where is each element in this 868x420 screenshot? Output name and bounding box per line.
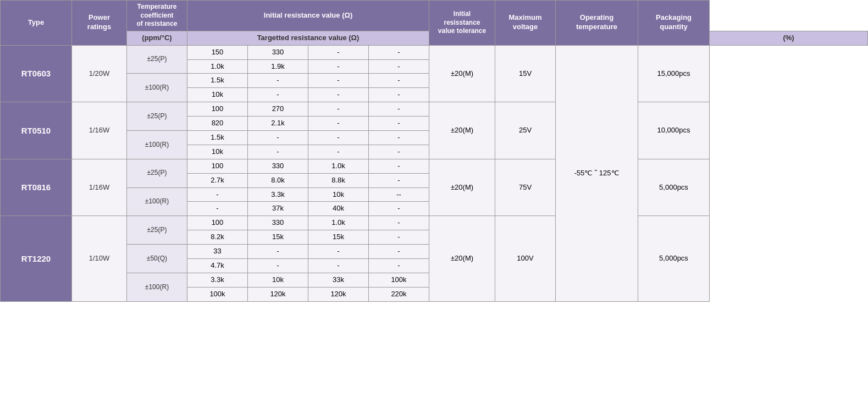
resistance-cell: 15k xyxy=(308,230,369,245)
resistance-cell: - xyxy=(369,230,429,245)
resistance-cell: 330 xyxy=(248,159,308,173)
table-row: RT06031/20W±25(P)150330--±20(M)15V-55℃ ˜… xyxy=(1,45,868,59)
tempco-cell: ±50(Q) xyxy=(127,245,187,273)
resistance-cell: - xyxy=(248,245,308,259)
resistance-cell: - xyxy=(308,145,369,159)
resistance-cell: 15k xyxy=(248,230,308,245)
resistance-cell: 33 xyxy=(187,245,248,259)
resistance-cell: - xyxy=(187,187,248,202)
resistance-cell: - xyxy=(369,88,429,102)
resistance-cell: - xyxy=(308,102,369,117)
resistance-cell: - xyxy=(369,245,429,259)
resistance-cell: 10k xyxy=(187,88,248,102)
optemp-cell: -55℃ ˜ 125℃ xyxy=(556,45,638,301)
col-header-tempco: Temperaturecoefficientof resistance xyxy=(127,1,187,31)
resistance-cell: 100k xyxy=(187,287,248,301)
resistance-cell: 100 xyxy=(187,159,248,173)
resistance-cell: 33k xyxy=(308,273,369,287)
resistance-cell: - xyxy=(308,245,369,259)
col-header-tempco-unit: (ppm/°C) xyxy=(127,31,187,45)
resistance-cell: 40k xyxy=(308,202,369,216)
col-header-pkg: Packagingquantity xyxy=(638,1,710,46)
resistance-cell: 1.0k xyxy=(187,59,248,74)
resistance-cell: 100k xyxy=(369,273,429,287)
table-row: RT12201/10W±25(P)1003301.0k-±20(M)100V5,… xyxy=(1,216,868,230)
power-cell: 1/20W xyxy=(72,45,127,102)
resistance-cell: 8.8k xyxy=(308,173,369,187)
type-cell: RT0603 xyxy=(1,45,72,102)
resistance-cell: 37k xyxy=(248,202,308,216)
resistance-cell: 1.0k xyxy=(308,216,369,230)
resistance-cell: 10k xyxy=(308,187,369,202)
resistance-cell: 8.0k xyxy=(248,173,308,187)
resistance-cell: 1.5k xyxy=(187,131,248,145)
resistance-cell: - xyxy=(369,259,429,273)
resistance-cell: - xyxy=(308,259,369,273)
resistance-cell: - xyxy=(248,259,308,273)
resistance-cell: 100 xyxy=(187,216,248,230)
resistance-cell: - xyxy=(369,173,429,187)
resistance-cell: - xyxy=(369,202,429,216)
resistance-cell: - xyxy=(308,45,369,59)
col-header-tolerance: Initialresisstancevalue tolerance xyxy=(429,1,495,46)
resistance-cell: - xyxy=(248,88,308,102)
resistance-cell: 330 xyxy=(248,216,308,230)
col-header-targeted: Targetted resistance value (Ω) xyxy=(187,31,429,45)
type-cell: RT0816 xyxy=(1,159,72,216)
resistance-cell: - xyxy=(248,131,308,145)
power-cell: 1/10W xyxy=(72,216,127,301)
resistance-cell: - xyxy=(308,88,369,102)
resistance-cell: 120k xyxy=(248,287,308,301)
tolerance-cell: ±20(M) xyxy=(429,45,495,102)
col-header-power: Powerratings xyxy=(72,1,127,46)
maxvoltage-cell: 100V xyxy=(495,216,556,301)
resistance-cell: - xyxy=(308,59,369,74)
table-row: RT05101/16W±25(P)100270--±20(M)25V10,000… xyxy=(1,102,868,117)
col-header-resistance: Initial resistance value (Ω) xyxy=(187,1,429,31)
table-body: RT06031/20W±25(P)150330--±20(M)15V-55℃ ˜… xyxy=(1,45,868,301)
table-row: RT08161/16W±25(P)1003301.0k-±20(M)75V5,0… xyxy=(1,159,868,173)
resistance-cell: - xyxy=(369,102,429,117)
resistance-cell: - xyxy=(248,74,308,88)
main-table: Type Powerratings Temperaturecoefficient… xyxy=(0,0,868,302)
resistance-cell: 10k xyxy=(187,145,248,159)
resistance-cell: - xyxy=(187,202,248,216)
resistance-cell: 100 xyxy=(187,102,248,117)
table-wrapper: Type Powerratings Temperaturecoefficient… xyxy=(0,0,868,302)
maxvoltage-cell: 75V xyxy=(495,159,556,216)
tempco-cell: ±100(R) xyxy=(127,74,187,102)
tempco-cell: ±100(R) xyxy=(127,187,187,216)
col-header-tol-unit: (%) xyxy=(710,31,868,45)
resistance-cell: 220k xyxy=(369,287,429,301)
maxvoltage-cell: 25V xyxy=(495,102,556,159)
type-cell: RT0510 xyxy=(1,102,72,159)
type-cell: RT1220 xyxy=(1,216,72,301)
resistance-cell: 10k xyxy=(248,273,308,287)
resistance-cell: - xyxy=(369,145,429,159)
resistance-cell: 120k xyxy=(308,287,369,301)
resistance-cell: 1.0k xyxy=(308,159,369,173)
resistance-cell: - xyxy=(369,117,429,131)
resistance-cell: - xyxy=(308,131,369,145)
col-header-optemp: Operatingtemperature xyxy=(556,1,638,46)
tempco-cell: ±25(P) xyxy=(127,45,187,74)
resistance-cell: 1.5k xyxy=(187,74,248,88)
resistance-cell: - xyxy=(369,59,429,74)
resistance-cell: - xyxy=(248,145,308,159)
resistance-cell: 820 xyxy=(187,117,248,131)
maxvoltage-cell: 15V xyxy=(495,45,556,102)
power-cell: 1/16W xyxy=(72,159,127,216)
tempco-cell: ±25(P) xyxy=(127,159,187,187)
tempco-cell: ±100(R) xyxy=(127,273,187,301)
tolerance-cell: ±20(M) xyxy=(429,159,495,216)
resistance-cell: - xyxy=(308,117,369,131)
resistance-cell: 2.1k xyxy=(248,117,308,131)
resistance-cell: - xyxy=(369,159,429,173)
resistance-cell: - xyxy=(369,74,429,88)
resistance-cell: - xyxy=(369,216,429,230)
power-cell: 1/16W xyxy=(72,102,127,159)
header-row-1: Type Powerratings Temperaturecoefficient… xyxy=(1,1,868,31)
packaging-cell: 10,000pcs xyxy=(638,102,710,159)
resistance-cell: - xyxy=(369,45,429,59)
tempco-cell: ±100(R) xyxy=(127,131,187,159)
